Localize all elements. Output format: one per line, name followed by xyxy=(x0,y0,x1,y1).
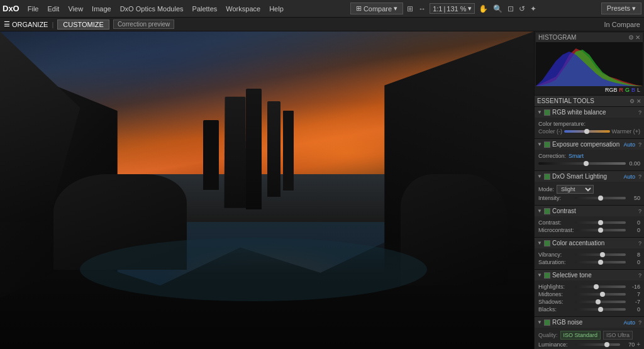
menu-help[interactable]: Help xyxy=(266,4,287,14)
wb-help-icon[interactable]: ? xyxy=(638,109,641,116)
vibrancy-slider[interactable] xyxy=(575,253,626,256)
contrast-slider[interactable] xyxy=(575,221,626,224)
hist-l-label[interactable]: L xyxy=(637,87,640,93)
hist-rgb-label[interactable]: RGB xyxy=(605,87,618,93)
noise-add-icon[interactable]: + xyxy=(636,341,640,348)
white-balance-content: Color temperature: Cooler (-) Warmer (+) xyxy=(535,118,644,138)
fit-icon[interactable]: ↔ xyxy=(417,3,427,14)
st-help-icon[interactable]: ? xyxy=(638,272,641,279)
organize-button[interactable]: ☰ ORGANIZE xyxy=(4,20,48,28)
menu-edit[interactable]: Edit xyxy=(44,4,62,14)
blacks-slider[interactable] xyxy=(575,308,626,311)
color-acc-content: Vibrancy: 8 Saturation: 0 xyxy=(535,248,644,269)
menu-palettes[interactable]: Palettes xyxy=(189,4,221,14)
con-help-icon[interactable]: ? xyxy=(638,208,641,214)
wb-checkbox[interactable] xyxy=(544,109,550,116)
exp-slider[interactable] xyxy=(538,162,626,165)
zoom-1-1[interactable]: 1:1 xyxy=(433,5,442,13)
smart-lighting-section: ▼ DxO Smart Lighting Auto ? Mode: Slight… xyxy=(535,171,644,206)
sl-intensity-slider[interactable] xyxy=(575,197,626,199)
presets-button[interactable]: Presets ▾ xyxy=(601,3,641,14)
sl-mode-select[interactable]: Slight Medium Strong xyxy=(557,185,594,194)
hist-settings-icon[interactable]: ⚙ xyxy=(628,34,634,41)
noise-checkbox[interactable] xyxy=(544,319,550,326)
zoom-tool-icon[interactable]: 🔍 xyxy=(492,3,504,14)
sl-intensity-value: 50 xyxy=(628,195,640,201)
rgb-noise-section: ▼ RGB noise Auto ? Quality: ISO Standard… xyxy=(535,317,644,349)
blacks-row: Blacks: 0 xyxy=(538,306,640,313)
microcontrast-label: Microcontrast: xyxy=(538,227,574,233)
wb-temp-slider[interactable] xyxy=(564,130,610,133)
tools-close-icon[interactable]: ✕ xyxy=(636,98,641,104)
contrast-header[interactable]: ▼ Contrast ? xyxy=(535,206,644,216)
white-balance-header[interactable]: ▼ RGB white balance ? xyxy=(535,107,644,118)
noise-auto-label[interactable]: Auto xyxy=(623,319,635,326)
contrast-section: ▼ Contrast ? Contrast: 0 Microcontrast: … xyxy=(535,206,644,238)
menu-view[interactable]: View xyxy=(65,4,86,14)
wb-warmer-label: Warmer (+) xyxy=(612,128,640,135)
noise-help-icon[interactable]: ? xyxy=(638,319,641,326)
contrast-slider-row: Contrast: 0 xyxy=(538,219,640,226)
menu-workspace[interactable]: Workspace xyxy=(223,4,264,14)
crop-tool-icon[interactable]: ⊡ xyxy=(506,3,515,14)
wb-cooler-label: Cooler (-) xyxy=(538,128,562,135)
sl-title: DxO Smart Lighting xyxy=(552,173,622,180)
color-acc-header[interactable]: ▼ Color accentuation ? xyxy=(535,238,644,248)
sl-help-icon[interactable]: ? xyxy=(638,174,641,180)
histogram-title: HISTOGRAM ⚙ ✕ xyxy=(536,33,643,42)
sel-tone-header[interactable]: ▼ Selective tone ? xyxy=(535,270,644,280)
midtones-label: Midtones: xyxy=(538,291,573,297)
organize-label: ORGANIZE xyxy=(12,21,48,28)
smart-lighting-header[interactable]: ▼ DxO Smart Lighting Auto ? xyxy=(535,171,644,182)
ca-checkbox[interactable] xyxy=(544,240,550,247)
microcontrast-slider[interactable] xyxy=(576,229,626,231)
hist-g-label[interactable]: G xyxy=(625,87,630,93)
noise-iso-ultra-btn[interactable]: ISO Ultra xyxy=(603,331,633,340)
sl-auto-label[interactable]: Auto xyxy=(623,174,635,180)
noise-toggle-icon: ▼ xyxy=(537,319,542,325)
saturation-value: 0 xyxy=(628,259,640,265)
customize-button[interactable]: CUSTOMIZE xyxy=(57,19,109,30)
luminance-value: 70 xyxy=(622,341,635,348)
hist-close-icon[interactable]: ✕ xyxy=(635,34,640,41)
con-checkbox[interactable] xyxy=(544,208,550,214)
rotate-tool-icon[interactable]: ↺ xyxy=(518,3,526,14)
ca-title: Color accentuation xyxy=(552,240,635,247)
menu-file[interactable]: File xyxy=(25,4,42,14)
microcontrast-slider-row: Microcontrast: 0 xyxy=(538,227,640,233)
exp-help-icon[interactable]: ? xyxy=(638,141,641,148)
highlights-row: Highlights: -16 xyxy=(538,284,640,290)
menu-optics[interactable]: DxO Optics Modules xyxy=(117,4,187,14)
ca-help-icon[interactable]: ? xyxy=(638,240,641,247)
contrast-content: Contrast: 0 Microcontrast: 0 xyxy=(535,216,644,237)
exp-auto-label[interactable]: Auto xyxy=(623,141,635,148)
luminance-slider[interactable] xyxy=(575,343,620,346)
presets-chevron-icon: ▾ xyxy=(632,4,636,12)
saturation-slider[interactable] xyxy=(575,261,626,263)
histogram-canvas xyxy=(536,42,643,86)
hist-b-label[interactable]: B xyxy=(631,87,635,93)
shadows-slider[interactable] xyxy=(575,301,626,303)
menu-image[interactable]: Image xyxy=(89,4,114,14)
noise-header[interactable]: ▼ RGB noise Auto ? xyxy=(535,317,644,328)
wb-title: RGB white balance xyxy=(552,109,635,116)
st-checkbox[interactable] xyxy=(544,272,550,279)
hist-r-label[interactable]: R xyxy=(619,87,623,93)
highlights-slider[interactable] xyxy=(575,285,626,288)
sl-checkbox[interactable] xyxy=(544,174,550,180)
smart-lighting-content: Mode: Slight Medium Strong Intensity: 50 xyxy=(535,182,644,205)
exposure-header[interactable]: ▼ Exposure compensation Auto ? xyxy=(535,139,644,150)
noise-iso-standard-btn[interactable]: ISO Standard xyxy=(560,331,601,340)
contrast-value: 0 xyxy=(628,219,640,226)
organize-icon: ☰ xyxy=(4,20,10,28)
highlights-label: Highlights: xyxy=(538,284,573,290)
exp-checkbox[interactable] xyxy=(544,141,550,148)
retouch-tool-icon[interactable]: ✦ xyxy=(529,3,538,14)
saturation-label: Saturation: xyxy=(538,259,573,265)
midtones-slider[interactable] xyxy=(575,293,626,296)
grid-icon[interactable]: ⊞ xyxy=(406,3,414,14)
hand-tool-icon[interactable]: ✋ xyxy=(477,3,489,14)
zoom-control[interactable]: 1:1 | 131 % ▾ xyxy=(430,3,474,14)
compare-button[interactable]: ⊞ Compare ▾ xyxy=(350,3,403,14)
tools-settings-icon[interactable]: ⚙ xyxy=(630,98,635,104)
